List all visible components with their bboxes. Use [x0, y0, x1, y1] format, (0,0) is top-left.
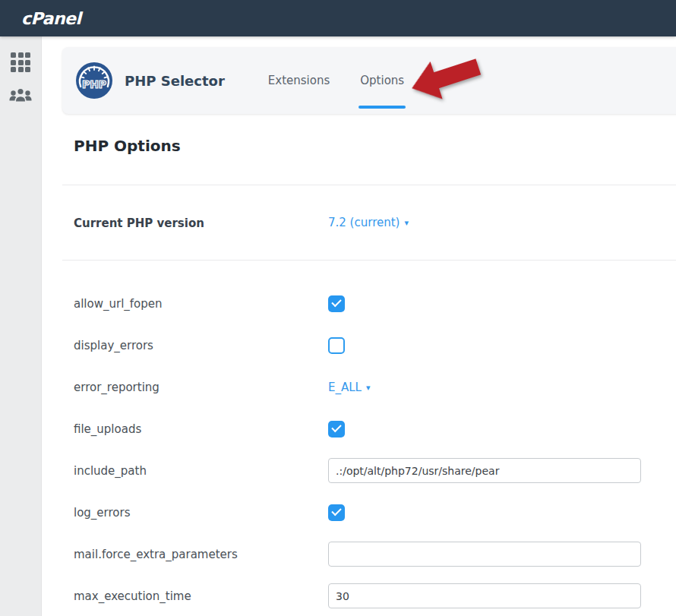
- option-row: error_reporting E_ALL▾: [62, 366, 676, 408]
- option-label: display_errors: [74, 339, 153, 352]
- header-tabs: ExtensionsOptions: [267, 47, 406, 114]
- file_uploads-checkbox[interactable]: [328, 421, 345, 438]
- option-row: log_errors: [62, 491, 676, 533]
- apps-grid-icon: [11, 52, 30, 72]
- left-sidebar: [0, 36, 42, 616]
- php-logo-text: PHP: [82, 78, 106, 90]
- option-label: max_execution_time: [74, 589, 191, 603]
- app-title: PHP Selector: [125, 73, 225, 89]
- option-control: E_ALL▾: [328, 380, 370, 394]
- red-annotation-arrow-icon: [406, 46, 485, 109]
- php-version-value: 7.2 (current): [328, 216, 400, 229]
- log_errors-checkbox[interactable]: [328, 504, 345, 521]
- php-version-dropdown[interactable]: 7.2 (current) ▾: [328, 216, 409, 229]
- option-label: log_errors: [74, 506, 131, 520]
- option-control: [328, 295, 345, 312]
- display_errors-checkbox[interactable]: [328, 337, 345, 354]
- option-row: mail.force_extra_parameters: [62, 533, 676, 575]
- option-label: error_reporting: [74, 381, 160, 394]
- option-control: [328, 337, 345, 354]
- divider: [62, 260, 676, 261]
- option-control: [328, 421, 345, 438]
- allow_url_fopen-checkbox[interactable]: [328, 295, 345, 312]
- option-control: [328, 542, 641, 567]
- php-options-section: PHP Options Current PHP version 7.2 (cur…: [42, 135, 676, 616]
- page-title: PHP Options: [74, 135, 676, 156]
- sidebar-item-apps[interactable]: [7, 49, 34, 76]
- option-row: file_uploads: [62, 408, 676, 450]
- sidebar-item-user-groups[interactable]: [7, 84, 34, 111]
- option-label: allow_url_fopen: [74, 297, 163, 311]
- option-row: allow_url_fopen: [62, 283, 676, 324]
- current-php-version-label: Current PHP version: [74, 216, 204, 230]
- option-row: max_execution_time: [62, 575, 676, 616]
- include_path-input[interactable]: [328, 458, 641, 483]
- current-php-version-row: Current PHP version 7.2 (current) ▾: [62, 185, 676, 260]
- options-list: allow_url_fopen display_errors error_rep…: [62, 283, 676, 616]
- php-selector-header: PHP PHP Selector ExtensionsOptions: [62, 47, 676, 114]
- tab-options[interactable]: Options: [359, 47, 406, 114]
- tab-extensions[interactable]: Extensions: [267, 47, 331, 114]
- mail.force_extra_parameters-input[interactable]: [328, 542, 641, 567]
- top-navigation-bar: cPanel: [0, 0, 676, 36]
- option-label: include_path: [74, 464, 147, 478]
- option-label: mail.force_extra_parameters: [74, 548, 238, 561]
- option-control: [328, 583, 641, 608]
- php-selector-logo-icon: PHP: [76, 62, 112, 99]
- max_execution_time-input[interactable]: [328, 583, 641, 608]
- error_reporting-dropdown[interactable]: E_ALL▾: [328, 381, 370, 394]
- main-panel: PHP PHP Selector ExtensionsOptions PHP O…: [42, 36, 676, 616]
- option-row: display_errors: [62, 324, 676, 366]
- option-row: include_path: [62, 450, 676, 491]
- error_reporting-value: E_ALL: [328, 381, 362, 394]
- option-label: file_uploads: [74, 422, 141, 436]
- chevron-down-icon: ▾: [366, 383, 371, 393]
- option-control: [328, 504, 345, 521]
- user-groups-icon: [8, 87, 33, 108]
- chevron-down-icon: ▾: [404, 218, 409, 228]
- option-control: [328, 458, 641, 483]
- cpanel-logo[interactable]: cPanel: [21, 9, 81, 28]
